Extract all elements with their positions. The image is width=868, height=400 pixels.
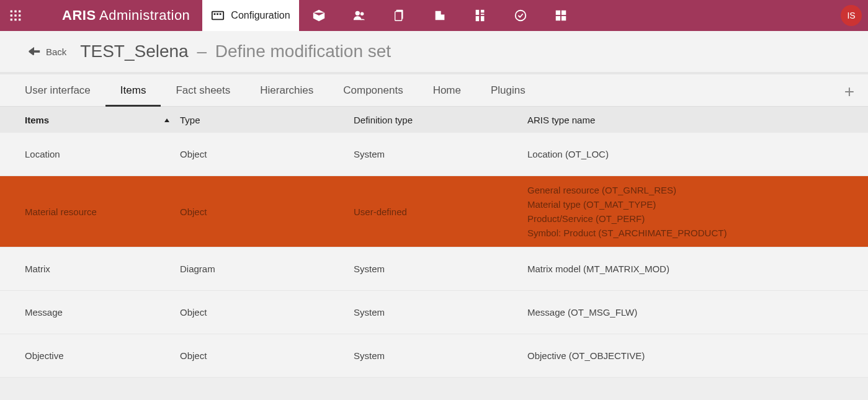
subtab-home[interactable]: Home: [418, 74, 476, 107]
svg-rect-24: [562, 11, 566, 15]
col-header-type[interactable]: Type: [180, 115, 354, 125]
cell-aris-type: Matrix model (MT_MATRIX_MOD): [527, 264, 843, 274]
cell-item-name: Matrix: [25, 264, 180, 274]
cell-type: Object: [180, 307, 354, 318]
svg-point-13: [356, 11, 360, 16]
package-icon: [312, 9, 326, 22]
cell-definition-type: System: [354, 350, 527, 361]
cell-definition-type: System: [354, 149, 527, 159]
aris-type-value: Objective (OT_OBJECTIVE): [527, 350, 843, 361]
nav-tab-package[interactable]: [299, 0, 339, 31]
svg-rect-2: [19, 11, 20, 12]
aris-type-value: Material type (OT_MAT_TYPE): [527, 199, 843, 210]
cell-type: Object: [180, 207, 354, 217]
subtab-items[interactable]: Items: [105, 74, 161, 107]
page-title: TEST_Selena – Define modification set: [80, 42, 391, 61]
add-tab-button[interactable]: +: [844, 83, 854, 100]
cell-item-name: Message: [25, 307, 180, 318]
import-icon: [433, 9, 447, 22]
aris-type-value: Location (OT_LOC): [527, 149, 843, 159]
table-row[interactable]: Material resourceObjectUser-definedGener…: [0, 176, 868, 247]
svg-rect-17: [476, 10, 480, 15]
cell-aris-type: General resource (OT_GNRL_RES)Material t…: [527, 185, 843, 238]
svg-rect-11: [217, 13, 219, 15]
check-circle-icon: [514, 9, 527, 22]
calculator-icon: [473, 9, 487, 22]
back-button[interactable]: Back: [27, 46, 66, 57]
aris-type-value: Message (OT_MSG_FLW): [527, 307, 843, 318]
cell-definition-type: System: [354, 264, 527, 274]
cell-item-name: Objective: [25, 350, 180, 361]
cell-definition-type: System: [354, 307, 527, 318]
subtab-fact-sheets[interactable]: Fact sheets: [161, 74, 245, 107]
top-nav: Configuration: [202, 0, 581, 31]
back-label: Back: [46, 47, 66, 57]
svg-rect-18: [481, 10, 485, 13]
nav-tab-users[interactable]: [339, 0, 380, 31]
svg-point-14: [360, 12, 364, 16]
brand-title: ARIS Administration: [31, 7, 202, 24]
cell-definition-type: User-defined: [354, 207, 527, 217]
col-header-items[interactable]: Items: [25, 115, 180, 125]
table-header: Items Type Definition type ARIS type nam…: [0, 107, 868, 133]
svg-rect-5: [19, 14, 20, 16]
subtab-plugins[interactable]: Plugins: [476, 74, 540, 107]
table-row[interactable]: ObjectiveObjectSystemObjective (OT_OBJEC…: [0, 334, 868, 378]
svg-rect-8: [19, 19, 20, 20]
subtab-components[interactable]: Components: [328, 74, 418, 107]
nav-tab-calculator[interactable]: [460, 0, 501, 31]
svg-rect-26: [562, 16, 566, 20]
svg-rect-21: [481, 16, 485, 21]
topbar: ARIS Administration Configuration IS: [0, 0, 868, 31]
aris-type-value: Symbol: Product (ST_ARCHIMATE_PRODUCT): [527, 228, 843, 238]
users-icon: [352, 9, 366, 22]
svg-rect-0: [11, 11, 12, 12]
configuration-icon: [211, 9, 225, 22]
table-container: Items Type Definition type ARIS type nam…: [0, 107, 868, 400]
svg-rect-20: [476, 16, 480, 21]
nav-tab-layout[interactable]: [541, 0, 581, 31]
cell-aris-type: Objective (OT_OBJECTIVE): [527, 350, 843, 361]
svg-point-22: [516, 11, 526, 21]
nav-tab-check[interactable]: [501, 0, 541, 31]
svg-rect-1: [14, 11, 16, 12]
cell-item-name: Location: [25, 149, 180, 159]
svg-rect-19: [481, 14, 485, 15]
subtab-user-interface[interactable]: User interface: [25, 74, 105, 107]
cell-aris-type: Message (OT_MSG_FLW): [527, 307, 843, 318]
apps-menu-button[interactable]: [0, 0, 31, 31]
svg-rect-3: [11, 14, 12, 16]
sort-asc-icon: [164, 115, 170, 125]
cell-type: Object: [180, 149, 354, 159]
subtabs: User interfaceItemsFact sheetsHierarchie…: [0, 74, 868, 107]
subtab-hierarchies[interactable]: Hierarchies: [245, 74, 328, 107]
cell-type: Diagram: [180, 264, 354, 274]
svg-rect-4: [14, 14, 16, 16]
col-header-definition-type[interactable]: Definition type: [354, 115, 527, 125]
svg-rect-16: [395, 12, 402, 21]
svg-rect-23: [556, 11, 560, 15]
table-row[interactable]: LocationObjectSystemLocation (OT_LOC): [0, 133, 868, 176]
svg-rect-25: [556, 16, 560, 20]
svg-rect-12: [220, 13, 221, 15]
documents-icon: [393, 9, 406, 22]
cell-type: Object: [180, 350, 354, 361]
svg-rect-6: [11, 19, 12, 20]
aris-type-value: Product/Service (OT_PERF): [527, 213, 843, 224]
cell-item-name: Material resource: [25, 207, 180, 217]
col-header-aris-type[interactable]: ARIS type name: [527, 115, 843, 125]
table-row[interactable]: MatrixDiagramSystemMatrix model (MT_MATR…: [0, 247, 868, 291]
aris-type-value: Matrix model (MT_MATRIX_MOD): [527, 264, 843, 274]
user-avatar[interactable]: IS: [841, 5, 862, 26]
cell-aris-type: Location (OT_LOC): [527, 149, 843, 159]
nav-tab-configuration[interactable]: Configuration: [202, 0, 298, 31]
breadcrumb-bar: Back TEST_Selena – Define modification s…: [0, 31, 868, 74]
svg-rect-9: [212, 12, 223, 20]
nav-tab-label: Configuration: [231, 10, 290, 21]
nav-tab-import[interactable]: [420, 0, 460, 31]
aris-type-value: General resource (OT_GNRL_RES): [527, 185, 843, 195]
svg-rect-27: [33, 50, 40, 53]
table-row[interactable]: MessageObjectSystemMessage (OT_MSG_FLW): [0, 291, 868, 334]
svg-rect-10: [214, 13, 216, 15]
nav-tab-documents[interactable]: [380, 0, 420, 31]
